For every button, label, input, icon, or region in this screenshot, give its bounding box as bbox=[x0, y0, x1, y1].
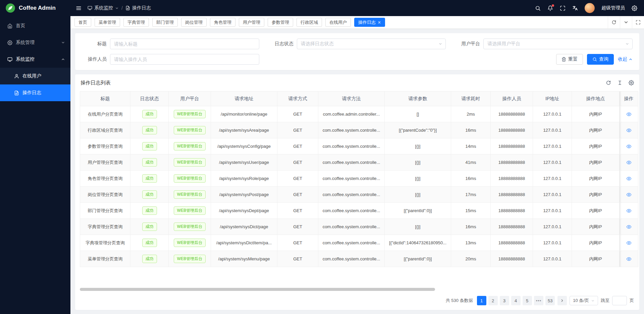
view-detail-button[interactable] bbox=[626, 256, 632, 262]
avatar[interactable] bbox=[585, 3, 595, 13]
cell-ip-address: 127.0.0.1 bbox=[533, 171, 572, 187]
pagination-page-1[interactable]: 1 bbox=[477, 296, 486, 305]
cell-title: 字典项管理分页查询 bbox=[86, 240, 125, 245]
breadcrumb-operation-log: 操作日志 bbox=[125, 5, 151, 11]
search-button[interactable] bbox=[535, 5, 541, 11]
tab-item[interactable]: 用户管理 bbox=[239, 18, 264, 27]
fullscreen-icon bbox=[636, 20, 641, 25]
table-row: 参数管理分页查询 成功 WEB管理后台 /api/system/sysConfi… bbox=[80, 138, 638, 154]
tab-label: 岗位管理 bbox=[185, 19, 203, 25]
column-settings-button[interactable] bbox=[629, 80, 634, 85]
cell-operator: 18888888888 bbox=[491, 235, 533, 251]
view-detail-button[interactable] bbox=[626, 224, 632, 230]
status-tag: 成功 bbox=[142, 110, 157, 118]
sidebar-item-label: 操作日志 bbox=[22, 90, 65, 96]
cell-request-method: GET bbox=[277, 138, 318, 154]
sidebar-item-system-monitor[interactable]: 系统监控 bbox=[0, 51, 70, 68]
content-fullscreen-button[interactable] bbox=[632, 16, 644, 28]
tab-item[interactable]: 在线用户 bbox=[325, 18, 351, 27]
eye-icon bbox=[626, 240, 632, 246]
cell-request-function: com.coffee.system.controlle... bbox=[318, 171, 385, 187]
view-detail-button[interactable] bbox=[626, 144, 632, 149]
chevron-down-icon bbox=[61, 41, 65, 45]
sidebar-item-online-users[interactable]: 在线用户 bbox=[0, 68, 70, 84]
pagination-page-3[interactable]: 3 bbox=[500, 296, 509, 305]
tab-item[interactable]: 角色管理 bbox=[210, 18, 235, 27]
cell-request-function: com.coffee.system.controlle... bbox=[318, 251, 385, 267]
breadcrumb-system-monitor[interactable]: 系统监控 bbox=[88, 5, 119, 11]
cell-request-params: [{"parentCode":"0"}] bbox=[385, 122, 451, 138]
sidebar-item-home[interactable]: 首页 bbox=[0, 17, 70, 34]
refresh-table-button[interactable] bbox=[606, 80, 611, 85]
view-detail-button[interactable] bbox=[626, 128, 632, 133]
tab-item[interactable]: 岗位管理 bbox=[181, 18, 207, 27]
tab-item[interactable]: 部门管理 bbox=[152, 18, 178, 27]
settings-button[interactable] bbox=[632, 5, 637, 11]
cell-request-method: GET bbox=[277, 106, 318, 122]
language-button[interactable] bbox=[572, 5, 578, 11]
cell-request-function: com.coffee.system.controlle... bbox=[318, 122, 385, 138]
tab-item[interactable]: 操作日志 bbox=[354, 18, 385, 27]
log-status-select[interactable]: 请选择日志状态 bbox=[297, 39, 446, 49]
tab-item[interactable]: 行政区域 bbox=[297, 18, 322, 27]
view-detail-button[interactable] bbox=[626, 208, 632, 213]
app-logo[interactable]: Coffee Admin bbox=[0, 0, 70, 16]
view-detail-button[interactable] bbox=[626, 240, 632, 246]
collapse-filter-link[interactable]: 收起 bbox=[618, 56, 633, 62]
monitor-icon bbox=[7, 57, 12, 62]
cell-request-duration: 14ms bbox=[451, 138, 491, 154]
notifications-button[interactable] bbox=[547, 5, 553, 11]
cell-title: 菜单管理分页查询 bbox=[88, 256, 123, 261]
content: 标题 日志状态 请选择日志状态 bbox=[70, 29, 644, 314]
page-size-select[interactable]: 10 条/页 bbox=[570, 296, 598, 305]
pagination-ellipsis[interactable]: ••• bbox=[534, 296, 544, 305]
user-platform-select[interactable]: 请选择用户平台 bbox=[483, 39, 633, 49]
view-detail-button[interactable] bbox=[626, 112, 632, 117]
horizontal-scrollbar-thumb[interactable] bbox=[80, 288, 435, 291]
pagination-page-53[interactable]: 53 bbox=[545, 296, 555, 305]
pagination-page-5[interactable]: 5 bbox=[523, 296, 532, 305]
view-detail-button[interactable] bbox=[626, 192, 632, 197]
tab-label: 部门管理 bbox=[156, 19, 174, 25]
tab-close-icon[interactable] bbox=[378, 21, 381, 24]
platform-tag: WEB管理后台 bbox=[174, 158, 206, 167]
tab-item[interactable]: 参数管理 bbox=[268, 18, 293, 27]
pagination-next-button[interactable] bbox=[557, 296, 567, 305]
tab-item[interactable]: 字典管理 bbox=[123, 18, 149, 27]
cell-operator: 18888888888 bbox=[491, 171, 533, 187]
cell-request-function: com.coffee.admin.controller... bbox=[318, 106, 385, 122]
view-detail-button[interactable] bbox=[626, 176, 632, 181]
column-height-icon bbox=[617, 80, 623, 85]
tab-list: 首页 菜单管理 字典管理 部门管理 岗位管理 角色管理 用户管理 参数管理 行政… bbox=[74, 18, 608, 27]
fullscreen-button[interactable] bbox=[560, 5, 566, 11]
cell-request-url: /api/system/sysArea/page bbox=[211, 122, 277, 138]
status-tag: 成功 bbox=[142, 239, 157, 247]
sidebar-item-label: 系统监控 bbox=[16, 56, 58, 62]
pagination-page-2[interactable]: 2 bbox=[488, 296, 498, 305]
cell-ip-address: 127.0.0.1 bbox=[533, 235, 572, 251]
cell-operator: 18888888888 bbox=[491, 106, 533, 122]
cell-request-duration: 16ms bbox=[451, 122, 491, 138]
reset-button[interactable]: 重置 bbox=[556, 54, 583, 65]
tab-refresh-button[interactable] bbox=[608, 16, 620, 28]
tab-item[interactable]: 首页 bbox=[74, 18, 91, 27]
column-header: 操作地点 bbox=[572, 91, 620, 106]
sidebar-item-operation-log[interactable]: 操作日志 bbox=[0, 84, 70, 101]
operator-input[interactable] bbox=[110, 54, 259, 65]
user-name: 超级管理员 bbox=[601, 5, 625, 11]
tab-options-dropdown[interactable] bbox=[620, 16, 632, 28]
tab-item[interactable]: 菜单管理 bbox=[95, 18, 120, 27]
sidebar-collapse-button[interactable] bbox=[76, 5, 82, 11]
status-tag: 成功 bbox=[142, 206, 157, 215]
topbar-left: 系统监控 / 操作日志 bbox=[76, 5, 151, 11]
breadcrumb: 系统监控 / 操作日志 bbox=[88, 5, 151, 11]
sidebar-item-system-management[interactable]: 系统管理 bbox=[0, 34, 70, 51]
cell-location: 内网IP bbox=[572, 138, 620, 154]
search-submit-button[interactable]: 查询 bbox=[587, 54, 614, 65]
cell-request-params: [{}] bbox=[385, 171, 451, 187]
view-detail-button[interactable] bbox=[626, 160, 632, 165]
jump-page-input[interactable] bbox=[612, 296, 627, 305]
row-density-button[interactable] bbox=[617, 80, 623, 85]
pagination-page-4[interactable]: 4 bbox=[511, 296, 521, 305]
title-input[interactable] bbox=[110, 39, 259, 49]
